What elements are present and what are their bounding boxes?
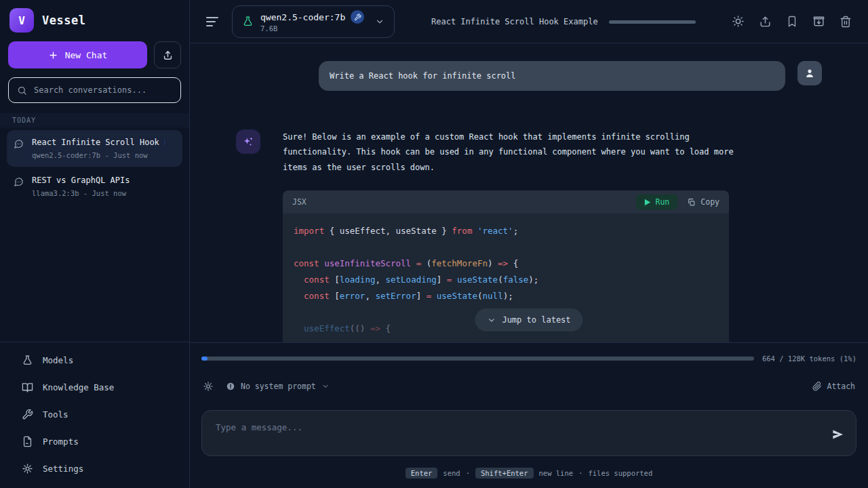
- nav-label: Tools: [43, 409, 68, 420]
- assistant-message-text: Sure! Below is an example of a custom Re…: [283, 129, 744, 175]
- title-progress-bar: [609, 20, 696, 24]
- send-icon: [831, 428, 844, 441]
- plus-icon: [48, 50, 58, 60]
- shift-enter-key-hint: Shift+Enter: [475, 468, 534, 479]
- hint-separator: ·: [578, 469, 583, 477]
- assistant-message-row: Sure! Below is an example of a custom Re…: [190, 91, 868, 342]
- copy-code-button[interactable]: Copy: [687, 197, 719, 207]
- token-usage-fill: [201, 357, 208, 361]
- chevron-down-icon: [321, 382, 330, 390]
- gear-icon: [203, 381, 214, 392]
- bookmark-button[interactable]: [786, 16, 798, 28]
- token-usage-label: 664 / 128K tokens (1%): [762, 354, 856, 363]
- shift-action-hint: new line: [539, 469, 574, 477]
- person-icon: [804, 67, 816, 79]
- nav-label: Knowledge Base: [43, 382, 114, 392]
- keyboard-hints: Enter send · Shift+Enter new line · file…: [190, 468, 868, 479]
- sidebar-toggle-icon[interactable]: [206, 17, 218, 26]
- sidebar: V Vessel New Chat TODAY: [0, 0, 190, 488]
- send-button[interactable]: [831, 428, 844, 441]
- import-chat-button[interactable]: [154, 41, 181, 68]
- code-block-header: JSX Run Copy: [283, 190, 729, 214]
- conversation-item[interactable]: REST vs GraphQL APIs llama3.2:3b - Just …: [7, 168, 182, 205]
- sidebar-item-models[interactable]: Models: [0, 346, 189, 373]
- attach-button[interactable]: Attach: [812, 382, 855, 391]
- nav-label: Settings: [43, 464, 83, 474]
- user-message-text: Write a React hook for infinite scroll: [330, 71, 516, 81]
- tool-capability-badge: [351, 10, 364, 24]
- composer: 664 / 128K tokens (1%) No system prompt …: [190, 342, 868, 488]
- sidebar-item-tools[interactable]: Tools: [0, 401, 189, 428]
- search-input[interactable]: [34, 85, 172, 95]
- model-name: qwen2.5-coder:7b: [260, 12, 345, 22]
- assistant-avatar: [236, 129, 260, 154]
- sun-icon: [732, 15, 745, 28]
- enter-key-hint: Enter: [406, 468, 438, 479]
- archive-button[interactable]: [812, 15, 825, 28]
- model-selector[interactable]: qwen2.5-coder:7b 7.6B: [232, 5, 395, 38]
- composer-controls: No system prompt Attach: [203, 378, 855, 394]
- run-label: Run: [656, 197, 670, 207]
- code-language-label: JSX: [292, 197, 307, 207]
- copy-icon: [687, 198, 696, 207]
- files-supported-hint: files supported: [588, 469, 652, 477]
- tools-icon: [22, 409, 33, 420]
- chevron-down-icon: [487, 316, 496, 325]
- enter-action-hint: send: [443, 469, 460, 477]
- paperclip-icon: [812, 382, 822, 391]
- sparkle-icon: [241, 135, 255, 148]
- user-message-row: Write a React hook for infinite scroll: [190, 43, 868, 91]
- conversation-meta: llama3.2:3b - Just now: [32, 189, 165, 197]
- model-size: 7.6B: [260, 24, 364, 33]
- hint-separator: ·: [466, 469, 470, 477]
- new-chat-button[interactable]: New Chat: [8, 41, 147, 68]
- jump-to-latest-button[interactable]: Jump to latest: [475, 308, 583, 331]
- book-icon: [22, 382, 33, 393]
- sidebar-item-settings[interactable]: Settings: [0, 455, 189, 482]
- attach-label: Attach: [827, 382, 855, 391]
- jump-to-latest-label: Jump to latest: [502, 315, 570, 325]
- system-prompt-dropdown[interactable]: No system prompt: [226, 382, 330, 391]
- user-avatar: [797, 61, 822, 85]
- nav-label: Prompts: [43, 436, 79, 447]
- search-box[interactable]: [8, 77, 181, 103]
- chevron-down-icon: [375, 17, 384, 26]
- wrench-icon: [354, 14, 361, 21]
- theme-toggle-button[interactable]: [732, 15, 745, 28]
- share-icon: [759, 15, 772, 28]
- conversation-list: React Infinite Scroll Hook Ex… qwen2.5-c…: [0, 127, 189, 205]
- system-prompt-label: No system prompt: [241, 382, 316, 391]
- upload-icon: [162, 49, 174, 61]
- sidebar-nav: Models Knowledge Base Tools Prompts Sett…: [0, 342, 189, 488]
- flask-icon: [22, 354, 33, 366]
- token-usage-row: 664 / 128K tokens (1%): [201, 354, 856, 363]
- info-icon: [226, 382, 235, 391]
- app-logo: V: [9, 8, 34, 33]
- logo-letter: V: [18, 14, 25, 27]
- share-button[interactable]: [759, 15, 772, 28]
- message-input[interactable]: [201, 410, 856, 456]
- search-icon: [17, 85, 27, 96]
- nav-label: Models: [43, 355, 73, 365]
- archive-icon: [812, 15, 825, 28]
- chat-scroll-area[interactable]: Write a React hook for infinite scroll S…: [190, 43, 868, 342]
- sidebar-item-prompts[interactable]: Prompts: [0, 428, 189, 455]
- delete-chat-button[interactable]: [840, 16, 852, 28]
- gear-icon: [22, 463, 33, 474]
- conversation-title: REST vs GraphQL APIs: [32, 176, 165, 185]
- trash-icon: [840, 16, 852, 28]
- main-panel: qwen2.5-coder:7b 7.6B React Infinite Scr…: [190, 0, 868, 488]
- page-title: React Infinite Scroll Hook Example: [431, 17, 598, 26]
- chat-bubble-icon: [14, 139, 24, 149]
- brand: V Vessel: [0, 0, 189, 34]
- token-usage-bar: [201, 357, 754, 361]
- conversation-meta: qwen2.5-coder:7b - Just now: [32, 151, 165, 159]
- run-code-button[interactable]: Run: [636, 195, 678, 209]
- topbar: qwen2.5-coder:7b 7.6B React Infinite Scr…: [190, 0, 868, 43]
- sidebar-item-knowledge-base[interactable]: Knowledge Base: [0, 373, 189, 401]
- chat-bubble-icon: [14, 177, 24, 187]
- chat-settings-button[interactable]: [203, 381, 214, 392]
- conversation-item-active[interactable]: React Infinite Scroll Hook Ex… qwen2.5-c…: [7, 130, 182, 167]
- flask-icon: [242, 16, 254, 27]
- conversation-section-label: TODAY: [0, 113, 189, 127]
